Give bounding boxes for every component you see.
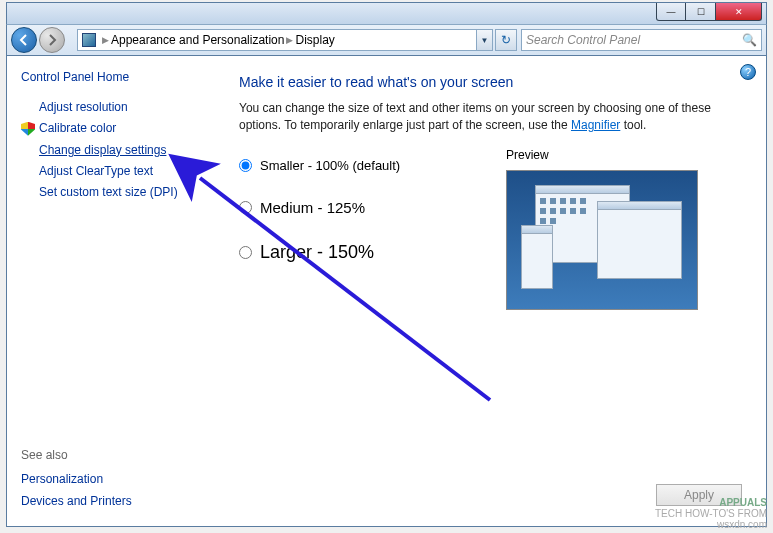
refresh-button[interactable]: ↻ [495, 29, 517, 51]
main-content: Make it easier to read what's on your sc… [219, 56, 766, 526]
search-icon: 🔍 [742, 33, 757, 47]
watermark-brand: APPUALS [655, 497, 767, 508]
back-button[interactable] [11, 27, 37, 53]
magnifier-link[interactable]: Magnifier [571, 118, 620, 132]
option-label: Smaller - 100% (default) [260, 158, 400, 173]
shield-icon [21, 122, 35, 136]
desc-text-2: tool. [620, 118, 646, 132]
task-label: Calibrate color [39, 121, 116, 135]
see-also-heading: See also [21, 448, 132, 462]
breadcrumb-category[interactable]: Appearance and Personalization [111, 33, 284, 47]
control-panel-home-link[interactable]: Control Panel Home [21, 70, 209, 84]
preview-section: Preview [506, 148, 736, 310]
minimize-button[interactable]: — [656, 3, 686, 21]
task-adjust-cleartype[interactable]: Adjust ClearType text [39, 164, 209, 178]
option-label: Medium - 125% [260, 199, 365, 216]
watermark: APPUALS TECH HOW-TO'S FROM wsxdn.com [649, 494, 773, 533]
page-description: You can change the size of text and othe… [239, 100, 746, 134]
client-area: ? Control Panel Home Adjust resolution C… [6, 56, 767, 527]
see-also-devices-printers[interactable]: Devices and Printers [21, 494, 132, 508]
breadcrumb-separator-icon: ▶ [286, 35, 293, 45]
page-heading: Make it easier to read what's on your sc… [239, 74, 746, 90]
navigation-bar: ▶ Appearance and Personalization ▶ Displ… [6, 24, 767, 56]
preview-window-icon [597, 201, 682, 279]
task-adjust-resolution[interactable]: Adjust resolution [39, 100, 209, 114]
search-placeholder: Search Control Panel [526, 33, 640, 47]
breadcrumb-separator-icon: ▶ [102, 35, 109, 45]
preview-label: Preview [506, 148, 736, 162]
task-set-custom-text-size[interactable]: Set custom text size (DPI) [39, 185, 209, 199]
close-button[interactable]: ✕ [716, 3, 762, 21]
sidebar: Control Panel Home Adjust resolution Cal… [7, 56, 219, 526]
see-also-section: See also Personalization Devices and Pri… [21, 448, 132, 516]
see-also-personalization[interactable]: Personalization [21, 472, 132, 486]
option-label: Larger - 150% [260, 242, 374, 263]
preview-image [506, 170, 698, 310]
task-calibrate-color[interactable]: Calibrate color [39, 121, 209, 136]
search-input[interactable]: Search Control Panel 🔍 [521, 29, 762, 51]
maximize-button[interactable]: ☐ [686, 3, 716, 21]
preview-window-icon [521, 225, 553, 289]
task-change-display-settings[interactable]: Change display settings [39, 143, 209, 157]
address-bar[interactable]: ▶ Appearance and Personalization ▶ Displ… [77, 29, 477, 51]
forward-button[interactable] [39, 27, 65, 53]
window-titlebar: — ☐ ✕ [6, 2, 767, 24]
radio-smaller[interactable] [239, 159, 252, 172]
radio-medium[interactable] [239, 201, 252, 214]
address-dropdown-button[interactable]: ▼ [477, 29, 493, 51]
breadcrumb-page[interactable]: Display [295, 33, 334, 47]
watermark-site: wsxdn.com [655, 519, 767, 530]
radio-larger[interactable] [239, 246, 252, 259]
control-panel-icon [82, 33, 96, 47]
watermark-tagline: TECH HOW-TO'S FROM [655, 508, 767, 519]
